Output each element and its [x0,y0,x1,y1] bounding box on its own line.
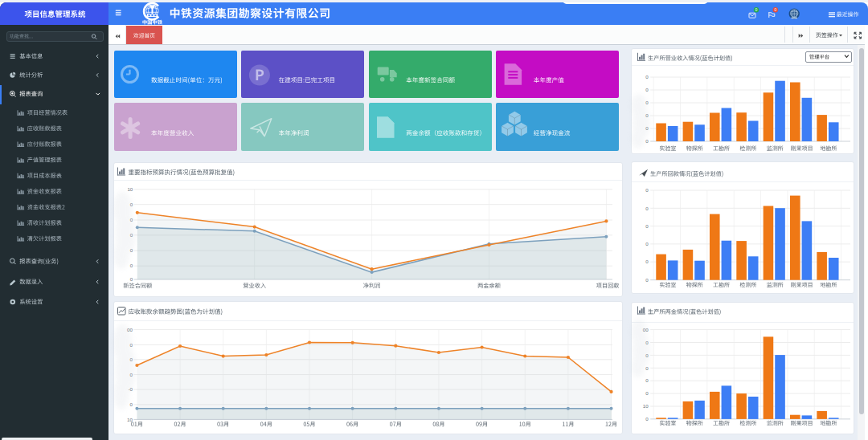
svg-text:0: 0 [645,259,649,264]
svg-text:0: 0 [645,390,649,396]
svg-text:0: 0 [645,241,649,246]
svg-text:0: 0 [645,277,649,283]
svg-text:0: 0 [645,74,649,79]
svg-text:0: 0 [645,365,649,371]
svg-text:0: 0 [130,263,133,268]
svg-text:10: 10 [643,403,649,409]
svg-text:0: 0 [755,7,758,12]
svg-text:0: 0 [129,401,133,407]
svg-text:0: 0 [645,138,649,144]
svg-text:0: 0 [130,276,133,282]
svg-text:10: 10 [127,417,133,422]
svg-text:0: 0 [774,7,776,12]
svg-text:0: 0 [645,206,649,211]
svg-text:0: 0 [645,87,649,92]
svg-text:0: 0 [645,416,649,422]
svg-text:0: 0 [645,377,649,383]
svg-text:0: 0 [645,187,649,193]
svg-text:10: 10 [127,186,133,192]
svg-text:0: 0 [645,223,649,229]
